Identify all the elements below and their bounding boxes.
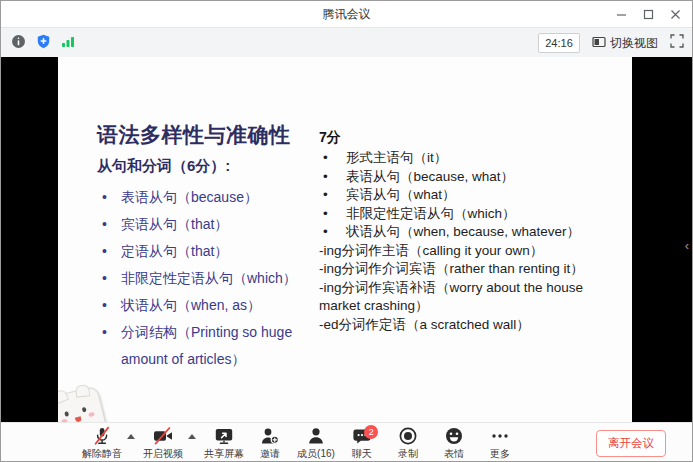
slide-bullet: 状语从句（when, as） xyxy=(97,292,319,319)
toolbar-item-label: 开启视频 xyxy=(143,448,183,460)
toolbar-items: 解除静音 开启视频 xyxy=(79,423,523,462)
slide-left-heading: 从句和分词（6分）: xyxy=(97,157,319,176)
slide-left-column: 从句和分词（6分）: 表语从句（because）宾语从句（that）定语从句（t… xyxy=(97,157,319,373)
toolbar-camera-button[interactable]: 开启视频 xyxy=(140,427,186,460)
slide-right-bullet-list: 形式主语句（it）表语从句（because, what）宾语从句（what）非限… xyxy=(319,149,615,242)
slide-bullet: 形式主语句（it） xyxy=(319,149,615,168)
close-button[interactable] xyxy=(666,5,684,23)
slide-line: -ing分词作主语（calling it your own） xyxy=(319,242,615,261)
presentation-slide: 语法多样性与准确性 从句和分词（6分）: 表语从句（because）宾语从句（t… xyxy=(58,57,632,422)
members-icon xyxy=(305,427,327,447)
mascot-blush xyxy=(88,412,95,417)
slide-line: -ing分词作宾语补语（worry about the house market… xyxy=(319,279,615,316)
security-shield-icon[interactable] xyxy=(36,34,51,53)
toolbar-item-label: 成员(16) xyxy=(297,448,335,460)
mascot-sticker xyxy=(58,385,108,422)
switch-view-label: 切换视图 xyxy=(610,35,658,52)
toolbar-record-button[interactable]: 录制 xyxy=(385,427,431,460)
tencent-meeting-window: 腾讯会议 24:16 xyxy=(0,0,693,462)
collapse-panel-chevron-icon[interactable]: ‹ xyxy=(685,239,689,252)
meeting-info-icon[interactable] xyxy=(11,34,26,53)
bottom-toolbar: 解除静音 开启视频 xyxy=(1,422,692,462)
titlebar: 腾讯会议 xyxy=(1,1,692,27)
unread-badge: 2 xyxy=(364,425,378,439)
options-caret-icon[interactable] xyxy=(188,434,196,439)
mascot-eye xyxy=(64,411,69,417)
toolbar-item-label: 邀请 xyxy=(260,448,280,460)
slide-right-heading: 7分 xyxy=(319,129,615,147)
toolbar-chat-button[interactable]: 2 聊天 xyxy=(339,427,385,460)
switch-view-button[interactable]: 切换视图 xyxy=(592,35,658,52)
mascot-ear xyxy=(75,384,90,397)
slide-bullet: 非限定性定语从句（which） xyxy=(319,205,615,224)
toolbar-members-button[interactable]: 成员(16) xyxy=(293,427,339,460)
toolbar-item-label: 解除静音 xyxy=(82,448,122,460)
slide-right-column: 7分 形式主语句（it）表语从句（because, what）宾语从句（what… xyxy=(319,129,615,334)
fullscreen-icon[interactable] xyxy=(670,34,684,52)
camera-off-icon xyxy=(151,427,175,447)
invite-icon xyxy=(259,427,281,447)
statusbar-right: 24:16 切换视图 xyxy=(538,28,684,58)
toolbar-invite-button[interactable]: 邀请 xyxy=(247,427,293,460)
toolbar-more-button[interactable]: 更多 xyxy=(477,427,523,460)
slide-left-bullet-list: 表语从句（because）宾语从句（that）定语从句（that）非限定性定语从… xyxy=(97,184,319,373)
statusbar: 24:16 切换视图 xyxy=(1,27,692,57)
slide-bullet: 宾语从句（what） xyxy=(319,186,615,205)
statusbar-left xyxy=(11,28,75,58)
mascot-ear xyxy=(58,388,69,404)
switch-view-icon xyxy=(592,36,606,51)
network-signal-icon xyxy=(61,34,75,52)
shared-screen-area: 语法多样性与准确性 从句和分词（6分）: 表语从句（because）宾语从句（t… xyxy=(1,57,692,422)
slide-bullet: 非限定性定语从句（which） xyxy=(97,265,319,292)
maximize-button[interactable] xyxy=(639,5,657,23)
meeting-timer: 24:16 xyxy=(538,33,580,53)
slide-bullet: 宾语从句（that） xyxy=(97,211,319,238)
slide-bullet: 状语从句（when, because, whatever） xyxy=(319,223,615,242)
share-screen-icon xyxy=(213,427,235,447)
minimize-button[interactable] xyxy=(612,5,630,23)
leave-meeting-button[interactable]: 离开会议 xyxy=(596,430,666,457)
emoji-icon xyxy=(443,427,465,447)
window-controls xyxy=(612,1,684,27)
slide-title: 语法多样性与准确性 xyxy=(97,121,291,149)
window-title: 腾讯会议 xyxy=(1,1,692,27)
mascot-eye xyxy=(82,407,87,413)
toolbar-item-label: 共享屏幕 xyxy=(204,448,244,460)
more-icon xyxy=(489,427,511,447)
toolbar-item-label: 聊天 xyxy=(352,448,372,460)
mic-off-icon xyxy=(91,427,113,447)
slide-bullet: 表语从句（because, what） xyxy=(319,168,615,187)
toolbar-emoji-button[interactable]: 表情 xyxy=(431,427,477,460)
slide-line: -ed分词作定语（a scratched wall） xyxy=(319,316,615,335)
toolbar-unmute-button[interactable]: 解除静音 xyxy=(79,427,125,460)
slide-bullet: 分词结构（Printing so huge amount of articles… xyxy=(97,319,319,373)
record-icon xyxy=(397,427,419,447)
toolbar-share-screen-button[interactable]: 共享屏幕 xyxy=(201,427,247,460)
toolbar-item-label: 录制 xyxy=(398,448,418,460)
slide-line: -ing分词作介词宾语（rather than renting it） xyxy=(319,260,615,279)
toolbar-item-label: 表情 xyxy=(444,448,464,460)
slide-bullet: 表语从句（because） xyxy=(97,184,319,211)
slide-right-lines: -ing分词作主语（calling it your own）-ing分词作介词宾… xyxy=(319,242,615,335)
toolbar-item-label: 更多 xyxy=(490,448,510,460)
slide-bullet: 定语从句（that） xyxy=(97,238,319,265)
options-caret-icon[interactable] xyxy=(127,434,135,439)
